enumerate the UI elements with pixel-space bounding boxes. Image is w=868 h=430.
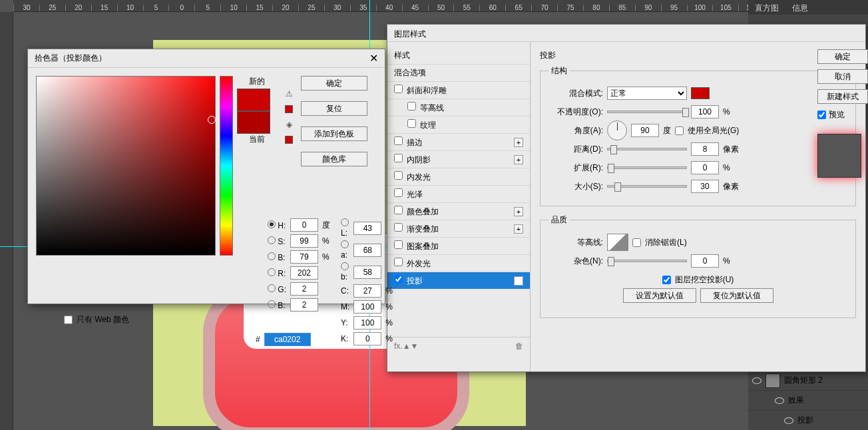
style-texture[interactable]: 纹理 [387,116,530,133]
ok-button[interactable]: 确定 [301,76,367,91]
make-default-button[interactable]: 设置为默认值 [623,288,696,303]
websafe-swatch[interactable] [285,136,293,144]
style-bevel[interactable]: 斜面和浮雕 [387,81,530,99]
angle-dial[interactable] [607,120,627,140]
tab-info[interactable]: 信息 [785,0,815,15]
y-input[interactable] [353,316,381,329]
reset-button[interactable]: 复位 [301,101,367,116]
b-input[interactable] [353,266,381,279]
style-stroke[interactable]: 描边+ [387,133,530,150]
global-light-check[interactable] [675,126,684,135]
radio-g[interactable] [268,284,276,292]
style-contour[interactable]: 等高线 [387,99,530,116]
style-satin[interactable]: 光泽 [387,185,530,202]
current-color-swatch[interactable] [237,111,270,134]
style-gradoverlay-check[interactable] [394,223,403,232]
hex-input[interactable] [264,333,311,346]
radio-l[interactable] [341,218,349,226]
radio-b[interactable] [341,262,349,270]
websafe-warning-icon[interactable]: ◈ [286,120,292,129]
add-swatch-button[interactable]: 添加到色板 [301,126,367,141]
close-icon[interactable]: ✕ [369,52,378,65]
radio-s[interactable] [268,236,276,244]
down-icon[interactable]: ▼ [411,341,419,351]
a-input[interactable] [353,244,381,257]
layer-fx-row[interactable]: 效果 [748,390,868,410]
knockout-check[interactable] [662,276,671,284]
visibility-icon[interactable] [752,377,761,384]
style-outer-glow[interactable]: 外发光 [387,254,530,272]
style-innershadow-check[interactable] [394,154,403,162]
fx-icon[interactable]: fx. [394,341,403,351]
gamut-warning-icon[interactable]: ⚠ [286,89,293,99]
shadow-color-swatch[interactable] [691,87,710,99]
layer-row[interactable]: 圆角矩形 2 [748,370,868,390]
gamut-swatch[interactable] [285,105,293,113]
style-grad-overlay[interactable]: 渐变叠加+ [387,220,530,237]
color-field[interactable] [36,76,216,256]
style-drop-shadow[interactable]: 投影+ [387,272,530,289]
spread-input[interactable] [691,161,719,174]
h-input[interactable] [290,218,318,232]
l-input[interactable] [353,222,381,235]
blend-mode-select[interactable]: 正常 [607,87,687,100]
radio-bc[interactable] [268,300,276,308]
add-icon[interactable]: + [514,276,523,286]
hue-slider[interactable] [220,76,233,256]
preview-check[interactable] [817,110,826,119]
antialias-check[interactable] [632,238,641,247]
spread-slider[interactable] [607,166,687,169]
style-texture-check[interactable] [407,119,416,128]
radio-a[interactable] [341,240,349,248]
up-icon[interactable]: ▲ [403,341,411,351]
style-pattern-overlay[interactable]: 图案叠加 [387,237,530,254]
style-stroke-check[interactable] [394,136,403,145]
visibility-icon[interactable] [784,417,793,424]
radio-h[interactable] [268,220,276,228]
opacity-slider[interactable] [607,110,687,113]
web-only-check[interactable] [64,316,73,324]
distance-input[interactable] [691,142,719,156]
style-satin-check[interactable] [394,188,403,197]
color-libraries-button[interactable]: 颜色库 [301,152,367,166]
g-input[interactable] [290,282,318,296]
size-input[interactable] [691,180,719,193]
noise-slider[interactable] [607,260,687,262]
layer-fx-dropshadow[interactable]: 投影 [748,410,868,430]
s-input[interactable] [290,234,318,248]
cancel-button[interactable]: 取消 [817,69,868,84]
trash-icon[interactable]: 🗑 [515,341,523,351]
layer-thumb[interactable] [765,373,780,388]
contour-picker[interactable] [607,234,628,251]
radio-bv[interactable] [268,252,276,260]
visibility-icon[interactable] [775,397,784,404]
add-icon[interactable]: + [514,155,523,164]
style-blend-options[interactable]: 混合选项 [387,64,530,81]
add-icon[interactable]: + [514,207,523,216]
r-input[interactable] [290,266,318,280]
ok-button[interactable]: 确定 [817,49,868,64]
style-inner-shadow[interactable]: 内阴影+ [387,150,530,168]
k-input[interactable] [353,332,381,345]
style-inner-glow[interactable]: 内发光 [387,168,530,185]
style-outerglow-check[interactable] [394,258,403,266]
angle-input[interactable] [631,124,659,137]
noise-input[interactable] [691,254,719,268]
color-cursor[interactable] [208,116,216,124]
radio-r[interactable] [268,268,276,276]
distance-slider[interactable] [607,148,687,150]
m-input[interactable] [353,300,381,314]
style-patternoverlay-check[interactable] [394,240,403,249]
tab-histogram[interactable]: 直方图 [748,0,785,15]
size-slider[interactable] [607,185,687,188]
opacity-input[interactable] [691,105,719,118]
bv-input[interactable] [290,250,318,264]
style-coloroverlay-check[interactable] [394,206,403,214]
style-color-overlay[interactable]: 颜色叠加+ [387,202,530,220]
add-icon[interactable]: + [514,224,523,234]
style-bevel-check[interactable] [394,85,403,93]
style-dropshadow-check[interactable] [394,275,403,284]
reset-default-button[interactable]: 复位为默认值 [700,288,773,303]
add-icon[interactable]: + [514,138,523,147]
style-contour-check[interactable] [407,102,416,110]
